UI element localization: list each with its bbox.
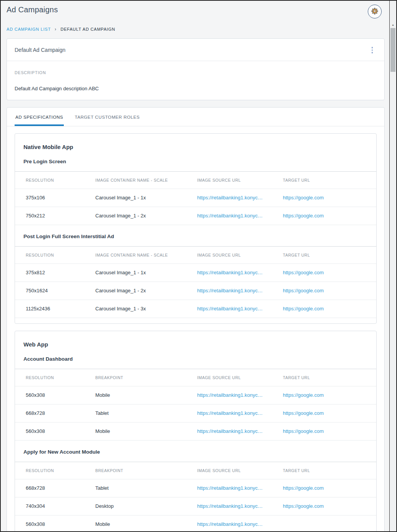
campaign-title: Default Ad Campaign: [15, 47, 65, 53]
url-link[interactable]: https://retailbanking1.konyc…: [197, 392, 283, 398]
column-header: IMAGE SOURCE URL: [197, 468, 283, 473]
cell-text: Desktop: [95, 503, 197, 509]
cell-text: Tablet: [95, 485, 197, 491]
groups-host: Pre Login Screen RESOLUTIONIMAGE CONTAIN…: [15, 159, 376, 318]
vertical-scrollbar[interactable]: ▲: [389, 1, 396, 531]
section-card: Native Mobile App Pre Login Screen RESOL…: [15, 133, 377, 324]
url-link[interactable]: https://google.com: [283, 213, 370, 219]
kebab-menu-icon: [372, 47, 373, 53]
table-row: 375x812Carousel Image_1 - 1xhttps://reta…: [15, 264, 376, 282]
column-header: RESOLUTION: [26, 253, 95, 257]
table-body: 375x812Carousel Image_1 - 1xhttps://reta…: [15, 264, 376, 318]
url-link[interactable]: https://retailbanking1.konyc…: [197, 428, 283, 434]
app-window: Ad Campaigns: [0, 0, 397, 532]
cell-text: 668x728: [26, 485, 95, 491]
tab-ad-specifications[interactable]: AD SPECIFICATIONS: [15, 115, 64, 126]
group-heading: Apply for New Account Module: [23, 449, 368, 455]
url-link[interactable]: https://google.com: [283, 392, 370, 398]
url-link[interactable]: https://retailbanking1.konyc…: [197, 213, 283, 219]
scrollbar-up-arrow-icon[interactable]: ▲: [390, 23, 396, 27]
cell-text: Mobile: [95, 521, 197, 527]
cell-text: 750x1624: [26, 288, 95, 293]
column-header: TARGET URL: [283, 375, 370, 380]
table-header-row: RESOLUTIONBREAKPOINTIMAGE SOURCE URLTARG…: [15, 462, 376, 479]
gear-icon: [370, 7, 379, 17]
breadcrumb-current: DEFAULT AD CAMPAIGN: [60, 27, 115, 31]
url-link[interactable]: https://retailbanking1.konyc…: [197, 485, 283, 491]
table-row: 750x1624Carousel Image_1 - 2xhttps://ret…: [15, 282, 376, 300]
url-link[interactable]: https://google.com: [283, 195, 370, 201]
table-row: 668x728Tablethttps://retailbanking1.kony…: [15, 479, 376, 497]
url-link[interactable]: https://google.com: [283, 288, 370, 293]
groups-host: Account Dashboard RESOLUTIONBREAKPOINTIM…: [15, 356, 376, 532]
settings-button[interactable]: [368, 5, 382, 18]
campaign-menu-button[interactable]: [368, 45, 377, 55]
page-title: Ad Campaigns: [7, 5, 58, 14]
table-header-row: RESOLUTIONIMAGE CONTAINER NAME - SCALEIM…: [15, 247, 376, 264]
campaign-card: Default Ad Campaign DESCRIPTION Default …: [7, 38, 385, 100]
group-heading: Pre Login Screen: [23, 159, 368, 164]
sections-host: Native Mobile App Pre Login Screen RESOL…: [7, 133, 384, 532]
table-body: 560x308Mobilehttps://retailbanking1.kony…: [15, 386, 376, 441]
table-body: 375x106Carousel Image_1 - 1xhttps://reta…: [15, 189, 376, 225]
cell-text: Tablet: [95, 410, 197, 416]
column-header: IMAGE CONTAINER NAME - SCALE: [95, 178, 197, 182]
description-label: DESCRIPTION: [15, 70, 377, 75]
url-link[interactable]: https://retailbanking1.konyc…: [197, 195, 283, 201]
table-group: Pre Login Screen RESOLUTIONIMAGE CONTAIN…: [15, 159, 376, 225]
cell-text: 560x308: [26, 392, 95, 398]
column-header: TARGET URL: [283, 178, 370, 182]
table-group: Apply for New Account Module RESOLUTIONB…: [15, 449, 376, 532]
description-value: Default Ad Campaign description ABC: [15, 86, 377, 91]
tab-panel: AD SPECIFICATIONS TARGET CUSTOMER ROLES …: [7, 107, 385, 532]
table-row: 740x304Desktophttps://retailbanking1.kon…: [15, 497, 376, 515]
tab-bar: AD SPECIFICATIONS TARGET CUSTOMER ROLES: [7, 108, 384, 126]
url-link[interactable]: https://google.com: [283, 270, 370, 275]
cell-text: Carousel Image_1 - 2x: [95, 213, 197, 219]
table-row: 668x728Tablethttps://retailbanking1.kony…: [15, 404, 376, 422]
tab-target-customer-roles[interactable]: TARGET CUSTOMER ROLES: [74, 115, 140, 126]
url-link[interactable]: https://google.com: [283, 503, 370, 509]
url-link[interactable]: https://google.com: [283, 306, 370, 312]
table-header-row: RESOLUTIONBREAKPOINTIMAGE SOURCE URLTARG…: [15, 369, 376, 386]
cell-text: Carousel Image_1 - 1x: [95, 195, 197, 201]
breadcrumb-link-ad-campaign-list[interactable]: AD CAMPAIGN LIST: [7, 27, 51, 31]
url-link[interactable]: https://retailbanking1.konyc…: [197, 306, 283, 312]
table-row: 1125x2436Carousel Image_1 - 3xhttps://re…: [15, 300, 376, 318]
cell-text: 375x106: [26, 195, 95, 201]
cell-text: Carousel Image_1 - 3x: [95, 306, 197, 312]
campaign-card-body: DESCRIPTION Default Ad Campaign descript…: [7, 61, 384, 100]
table-row: 375x106Carousel Image_1 - 1xhttps://reta…: [15, 189, 376, 207]
column-header: IMAGE CONTAINER NAME - SCALE: [95, 253, 197, 257]
url-link[interactable]: https://retailbanking1.konyc…: [197, 503, 283, 509]
cell-text: Carousel Image_1 - 2x: [95, 288, 197, 293]
url-link[interactable]: https://google.com: [283, 410, 370, 416]
group-heading: Post Login Full Screen Interstitial Ad: [23, 234, 368, 239]
section-card: Web App Account Dashboard RESOLUTIONBREA…: [15, 331, 377, 532]
cell-text: Mobile: [95, 428, 197, 434]
url-link[interactable]: https://google.com: [283, 428, 370, 434]
cell-text: 750x212: [26, 213, 95, 219]
chevron-right-icon: ›: [55, 26, 56, 32]
url-link[interactable]: https://retailbanking1.konyc…: [197, 270, 283, 275]
cell-text: 668x728: [26, 410, 95, 416]
column-header: TARGET URL: [283, 468, 370, 473]
group-heading: Account Dashboard: [23, 356, 368, 362]
url-link[interactable]: https://retailbanking1.konyc…: [197, 410, 283, 416]
table-group: Account Dashboard RESOLUTIONBREAKPOINTIM…: [15, 356, 376, 441]
cell-text: 375x812: [26, 270, 95, 275]
table-row: 560x308Mobilehttps://retailbanking1.kony…: [15, 386, 376, 404]
url-link[interactable]: https://retailbanking1.konyc…: [197, 288, 283, 293]
scrollbar-thumb[interactable]: [390, 28, 395, 72]
url-link[interactable]: https://google.com: [283, 485, 370, 491]
column-header: BREAKPOINT: [95, 375, 197, 380]
table-body: 668x728Tablethttps://retailbanking1.kony…: [15, 479, 376, 532]
column-header: TARGET URL: [283, 253, 370, 257]
column-header: RESOLUTION: [26, 375, 95, 380]
column-header: BREAKPOINT: [95, 468, 197, 473]
url-link[interactable]: https://retailbanking1.konyc…: [197, 521, 283, 527]
section-title: Native Mobile App: [23, 144, 368, 150]
section-title: Web App: [23, 341, 368, 348]
table-header-row: RESOLUTIONIMAGE CONTAINER NAME - SCALEIM…: [15, 172, 376, 189]
cell-text: Mobile: [95, 392, 197, 398]
